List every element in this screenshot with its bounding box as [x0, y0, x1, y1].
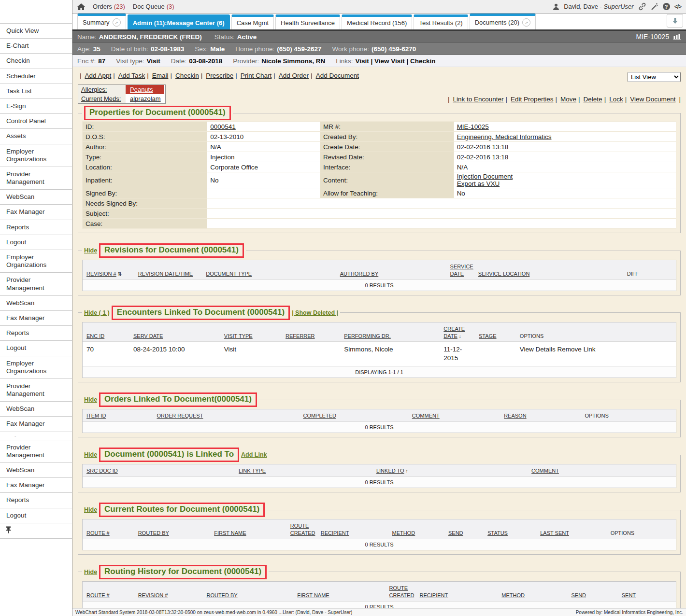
link-icon[interactable]: [638, 2, 646, 11]
column-header[interactable]: SERV DATE: [133, 333, 224, 340]
column-header[interactable]: ROUTED BY: [206, 592, 297, 599]
column-header[interactable]: ROUTE #: [86, 530, 138, 537]
column-header[interactable]: ROUTE CREATED: [290, 522, 321, 537]
sidebar-item[interactable]: Provider Management: [0, 379, 72, 402]
column-header[interactable]: ROUTE #: [86, 592, 138, 599]
export-vxu-link[interactable]: Export as VXU: [457, 180, 500, 187]
sidebar-item[interactable]: Provider Management: [0, 273, 72, 295]
column-header[interactable]: SERVICE LOCATION: [478, 270, 627, 278]
column-header[interactable]: ENC ID: [86, 333, 133, 340]
sidebar-item[interactable]: Provider Management: [0, 167, 72, 190]
sidebar-item[interactable]: E-Sign: [0, 99, 72, 114]
column-header[interactable]: REVISION DATE/TIME: [138, 270, 206, 278]
hide-link[interactable]: Hide: [84, 506, 97, 513]
column-header[interactable]: LINKED TO↑: [376, 467, 531, 475]
column-header[interactable]: REVISION #: [138, 592, 207, 599]
wand-icon[interactable]: [651, 3, 658, 11]
top-nav-item[interactable]: Orders(23): [93, 3, 125, 10]
hide-link[interactable]: Hide: [84, 451, 97, 458]
column-header[interactable]: STATUS: [487, 530, 540, 537]
document-action-link[interactable]: Delete: [584, 96, 602, 103]
column-header[interactable]: DOCUMENT TYPE: [206, 270, 340, 278]
column-header[interactable]: OPTIONS: [611, 530, 672, 537]
allergies-label[interactable]: Allergies:: [78, 85, 126, 94]
download-button[interactable]: [667, 14, 683, 28]
home-icon[interactable]: [77, 3, 85, 10]
sidebar-item[interactable]: E-Chart: [0, 39, 72, 54]
column-header[interactable]: FIRST NAME: [297, 592, 389, 599]
sidebar-item[interactable]: Fax Manager: [0, 417, 72, 432]
code-icon[interactable]: </>: [674, 3, 681, 10]
chart-action-link[interactable]: Print Chart: [241, 72, 272, 79]
top-nav-item[interactable]: Doc Queue(3): [133, 3, 174, 10]
sidebar-item[interactable]: WebScan: [0, 296, 72, 311]
encounter-cell[interactable]: View Details Remove Link: [520, 345, 672, 362]
mrn-link[interactable]: MIE-10025: [457, 123, 489, 130]
chart-action-link[interactable]: Checkin: [175, 72, 199, 79]
chart-action-link[interactable]: Prescribe: [206, 72, 233, 79]
column-header[interactable]: CREATE DATE↓: [443, 325, 479, 340]
sidebar-item[interactable]: WebScan: [0, 402, 72, 417]
column-header[interactable]: SERVICE DATE: [450, 263, 478, 278]
column-header[interactable]: ITEM ID: [86, 412, 157, 420]
sidebar-item[interactable]: Reports: [0, 493, 72, 508]
column-header[interactable]: COMPLETED: [303, 412, 412, 420]
chart-icon[interactable]: [673, 33, 681, 40]
hide-link[interactable]: Hide: [84, 247, 97, 254]
tab[interactable]: Case Mgmt: [231, 14, 274, 29]
column-header[interactable]: ROUTE CREATED: [389, 585, 420, 599]
sidebar-item[interactable]: Fax Manager: [0, 478, 72, 493]
sidebar-item[interactable]: Scheduler: [0, 69, 72, 84]
tab[interactable]: Test Results (2): [414, 14, 468, 29]
tab[interactable]: Summary↗: [77, 14, 126, 29]
sidebar-item[interactable]: WebScan: [0, 463, 72, 478]
column-header[interactable]: DIFF: [627, 270, 668, 278]
document-action-link[interactable]: View Document: [630, 96, 675, 103]
sidebar-item[interactable]: Task List: [0, 84, 72, 99]
sidebar-item[interactable]: WebScan: [0, 190, 72, 205]
chart-action-link[interactable]: Add Appt: [85, 72, 112, 79]
column-header[interactable]: STAGE: [479, 333, 520, 340]
user-name[interactable]: David, Dave - SuperUser: [564, 3, 634, 10]
document-action-link[interactable]: Link to Encounter: [453, 96, 503, 103]
content-link[interactable]: Injection Document: [457, 173, 513, 180]
sidebar-item[interactable]: Control Panel: [0, 114, 72, 129]
column-header[interactable]: REFERRER: [286, 333, 344, 340]
chart-action-link[interactable]: Add Task: [118, 72, 145, 79]
current-meds-label[interactable]: Current Meds:: [78, 94, 126, 103]
column-header[interactable]: RECIPIENT: [420, 592, 502, 599]
pin-icon[interactable]: [0, 523, 72, 539]
column-header[interactable]: METHOD: [392, 530, 448, 537]
popout-icon[interactable]: ↗: [522, 18, 530, 27]
current-meds-value[interactable]: alprazolam: [126, 94, 165, 103]
add-link-link[interactable]: Add Link: [241, 451, 267, 458]
column-header[interactable]: OPTIONS: [520, 333, 672, 340]
sidebar-item[interactable]: Employer Organizations: [0, 356, 72, 379]
column-header[interactable]: FIRST NAME: [214, 530, 290, 537]
column-header[interactable]: COMMENT: [531, 467, 672, 475]
tab[interactable]: Health Surveillance: [275, 14, 340, 29]
popout-icon[interactable]: ↗: [113, 18, 121, 27]
doc-id-link[interactable]: 0000541: [210, 123, 236, 130]
column-header[interactable]: REASON: [504, 412, 585, 420]
sidebar-item[interactable]: Fax Manager: [0, 205, 72, 220]
column-header[interactable]: ORDER REQUEST: [157, 412, 303, 420]
column-header[interactable]: LINK TYPE: [239, 467, 376, 475]
hide-link[interactable]: Hide: [84, 396, 97, 403]
created-by-link[interactable]: Engineering, Medical Informatics: [457, 133, 552, 140]
document-action-link[interactable]: Edit Properties: [511, 96, 554, 103]
sidebar-item[interactable]: Quick View: [0, 24, 72, 39]
sidebar-item[interactable]: Employer Organizations: [0, 250, 72, 273]
sidebar-item[interactable]: -: [0, 432, 72, 440]
tab[interactable]: Documents (20)↗: [470, 14, 536, 29]
column-header[interactable]: REVISION #⇅: [86, 270, 138, 278]
tab[interactable]: Medical Record (156): [342, 14, 412, 29]
sidebar-item[interactable]: Logout: [0, 235, 72, 250]
show-deleted-link[interactable]: | Show Deleted |: [292, 309, 338, 316]
column-header[interactable]: ROUTED BY: [138, 530, 214, 537]
column-header[interactable]: OPTIONS: [585, 412, 672, 420]
column-header[interactable]: SEND: [448, 530, 487, 537]
sidebar-item[interactable]: Reports: [0, 220, 72, 235]
sidebar-item[interactable]: Logout: [0, 341, 72, 356]
column-header[interactable]: SRC DOC ID: [86, 467, 239, 475]
